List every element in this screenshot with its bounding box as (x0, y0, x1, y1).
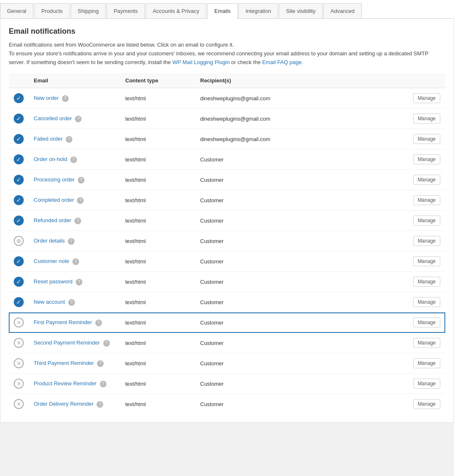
email-label-cell: Order on-hold ? (29, 149, 120, 170)
status-enabled-icon: ✓ (14, 114, 24, 124)
status-cell: ✕ (9, 353, 29, 374)
email-label-cell: Reset password ? (29, 272, 120, 292)
email-faq-link[interactable]: Email FAQ page (262, 59, 302, 65)
email-link-processing-order[interactable]: Processing order (34, 176, 74, 183)
tab-accounts-privacy[interactable]: Accounts & Privacy (146, 3, 206, 18)
recipient-cell: Customer (195, 312, 404, 333)
content-type-cell: text/html (120, 272, 195, 292)
status-cell: ✓ (9, 88, 29, 109)
email-link-third-payment-reminder[interactable]: Third Payment Reminder (34, 360, 94, 366)
tab-shipping[interactable]: Shipping (71, 3, 106, 18)
help-icon-new-account[interactable]: ? (68, 299, 75, 306)
help-icon-order-delivery-reminder[interactable]: ? (97, 401, 103, 408)
content-type-cell: text/html (120, 211, 195, 231)
manage-button-product-review-reminder[interactable]: Manage (413, 379, 440, 389)
help-icon-completed-order[interactable]: ? (77, 197, 84, 204)
email-label-cell: Second Payment Reminder ? (29, 333, 120, 353)
manage-button-first-payment-reminder[interactable]: Manage (413, 317, 440, 327)
tab-payments[interactable]: Payments (107, 3, 145, 18)
manage-button-order-delivery-reminder[interactable]: Manage (413, 399, 440, 409)
tab-products[interactable]: Products (34, 3, 69, 18)
help-icon-second-payment-reminder[interactable]: ? (103, 340, 110, 347)
help-icon-cancelled-order[interactable]: ? (75, 116, 82, 122)
recipient-cell: Customer (195, 149, 404, 170)
manage-button-third-payment-reminder[interactable]: Manage (413, 358, 440, 368)
email-link-order-delivery-reminder[interactable]: Order Delivery Reminder (34, 401, 94, 407)
help-icon-refunded-order[interactable]: ? (74, 218, 81, 224)
manage-button-new-account[interactable]: Manage (413, 297, 440, 307)
manage-button-refunded-order[interactable]: Manage (413, 216, 440, 226)
email-link-reset-password[interactable]: Reset password (34, 278, 72, 285)
email-link-first-payment-reminder[interactable]: First Payment Reminder (34, 319, 92, 325)
content-type-cell: text/html (120, 231, 195, 251)
recipient-cell: Customer (195, 170, 404, 190)
content-type-cell: text/html (120, 88, 195, 109)
status-xmark-icon: ✕ (14, 379, 24, 389)
help-icon-third-payment-reminder[interactable]: ? (97, 360, 104, 367)
email-link-refunded-order[interactable]: Refunded order (34, 217, 71, 223)
email-label-cell: Processing order ? (29, 170, 120, 190)
tab-site-visibility[interactable]: Site visibility (279, 3, 323, 18)
status-cell: ✓ (9, 190, 29, 211)
tab-advanced[interactable]: Advanced (323, 3, 362, 18)
status-enabled-icon: ✓ (14, 297, 24, 307)
help-icon-processing-order[interactable]: ? (78, 177, 84, 183)
manage-button-reset-password[interactable]: Manage (413, 277, 440, 287)
help-icon-first-payment-reminder[interactable]: ? (95, 320, 102, 326)
table-row: ✓ Cancelled order ? text/html dineshwepl… (9, 109, 445, 129)
manage-button-cancelled-order[interactable]: Manage (413, 114, 440, 124)
table-row: ✓ New account ? text/html Customer Manag… (9, 292, 445, 312)
email-link-order-on-hold[interactable]: Order on-hold (34, 156, 67, 162)
status-enabled-icon: ✓ (14, 154, 24, 164)
help-icon-new-order[interactable]: ? (62, 95, 69, 102)
email-link-customer-note[interactable]: Customer note (34, 258, 69, 264)
manage-button-order-details[interactable]: Manage (413, 236, 440, 246)
recipient-cell: dineshweplugins@gmail.com (195, 88, 404, 109)
tab-general[interactable]: General (0, 3, 33, 18)
email-label-cell: Customer note ? (29, 251, 120, 272)
help-icon-order-on-hold[interactable]: ? (70, 156, 77, 163)
manage-button-customer-note[interactable]: Manage (413, 256, 440, 266)
action-cell: Manage (404, 394, 445, 414)
email-link-cancelled-order[interactable]: Cancelled order (34, 115, 72, 121)
status-xmark-icon: ✕ (14, 358, 24, 368)
col-header-recipients: Recipient(s) (195, 73, 404, 88)
email-label-cell: Completed order ? (29, 190, 120, 211)
action-cell: Manage (404, 129, 445, 149)
content-type-cell: text/html (120, 190, 195, 211)
email-link-new-order[interactable]: New order (34, 95, 59, 101)
wp-mail-logging-link[interactable]: WP Mail Logging Plugin (172, 59, 230, 65)
email-label-cell: Cancelled order ? (29, 109, 120, 129)
table-row: ✓ Failed order ? text/html dineshweplugi… (9, 129, 445, 149)
action-cell: Manage (404, 333, 445, 353)
manage-button-completed-order[interactable]: Manage (413, 195, 440, 205)
email-label-cell: Third Payment Reminder ? (29, 353, 120, 374)
help-icon-product-review-reminder[interactable]: ? (100, 381, 107, 387)
email-link-new-account[interactable]: New account (34, 299, 65, 305)
table-row: ✓ New order ? text/html dineshweplugins@… (9, 88, 445, 109)
email-link-order-details[interactable]: Order details (34, 238, 65, 244)
email-link-product-review-reminder[interactable]: Product Review Reminder (34, 380, 97, 387)
email-link-failed-order[interactable]: Failed order (34, 136, 62, 142)
help-icon-failed-order[interactable]: ? (66, 136, 72, 143)
email-link-second-payment-reminder[interactable]: Second Payment Reminder (34, 340, 100, 346)
action-cell: Manage (404, 190, 445, 211)
tab-integration[interactable]: Integration (238, 3, 278, 18)
email-link-completed-order[interactable]: Completed order (34, 197, 74, 203)
manage-button-second-payment-reminder[interactable]: Manage (413, 338, 440, 348)
status-cell: ✓ (9, 292, 29, 312)
manage-button-processing-order[interactable]: Manage (413, 175, 440, 185)
recipient-cell: Customer (195, 353, 404, 374)
content-type-cell: text/html (120, 251, 195, 272)
table-row: ✓ Completed order ? text/html Customer M… (9, 190, 445, 211)
help-icon-reset-password[interactable]: ? (76, 279, 82, 285)
help-icon-order-details[interactable]: ? (68, 238, 74, 245)
description-line1: Email notifications sent from WooCommerc… (9, 42, 234, 48)
tab-emails[interactable]: Emails (207, 3, 238, 19)
recipient-cell: Customer (195, 374, 404, 394)
table-row: ✓ Customer note ? text/html Customer Man… (9, 251, 445, 272)
help-icon-customer-note[interactable]: ? (72, 258, 79, 265)
manage-button-order-on-hold[interactable]: Manage (413, 154, 440, 164)
manage-button-new-order[interactable]: Manage (413, 93, 440, 103)
manage-button-failed-order[interactable]: Manage (413, 134, 440, 144)
